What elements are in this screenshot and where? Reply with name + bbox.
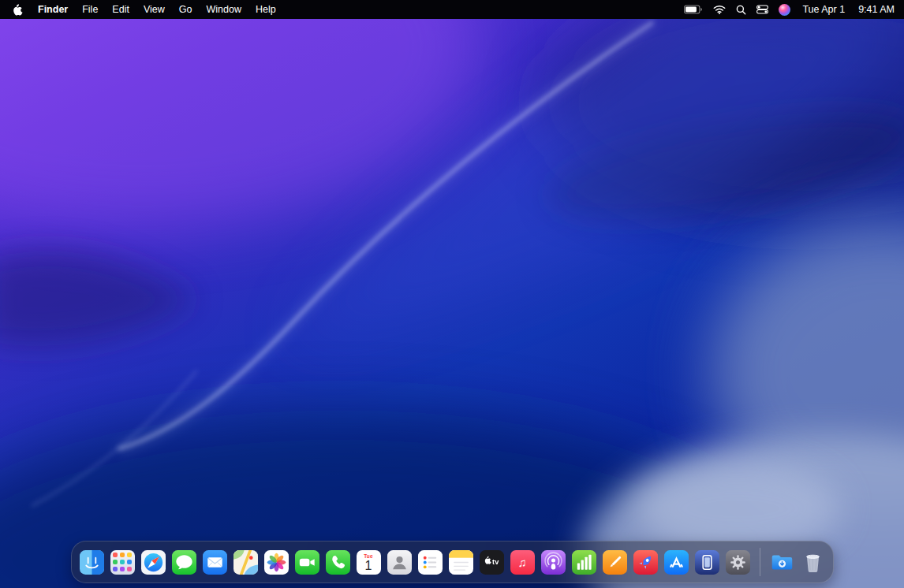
menu-bar-status: Tue Apr 1 9:41 AM [684,0,896,19]
music-icon[interactable]: ♫ [510,550,535,575]
dock-separator [760,548,760,576]
desktop-wallpaper[interactable] [0,0,904,588]
finder-icon[interactable] [80,550,104,575]
reminders-icon[interactable] [418,550,443,575]
apple-logo-icon [13,4,23,16]
tv-label: tv [492,558,499,566]
launchpad-icon[interactable] [110,550,135,575]
battery-icon[interactable] [684,5,703,14]
podcasts-icon[interactable] [541,550,566,575]
pages-icon[interactable] [603,550,627,575]
menu-bar-left: Finder File Edit View Go Window Help [8,0,283,19]
dock: Tue 1 [71,541,834,583]
app-store-icon[interactable] [664,550,689,575]
menu-edit[interactable]: Edit [105,0,136,19]
downloads-folder-icon[interactable] [770,550,794,575]
siri-orb [779,4,790,16]
apple-tv-icon[interactable]: tv [480,550,504,575]
wallpaper-art [0,0,904,588]
iphone-mirroring-icon[interactable] [695,550,719,575]
games-icon[interactable] [633,550,658,575]
menu-help[interactable]: Help [248,0,283,19]
safari-icon[interactable] [141,550,166,575]
siri-icon[interactable] [779,4,790,16]
wifi-icon[interactable] [713,5,726,14]
desktop: Finder File Edit View Go Window Help [0,0,904,588]
system-settings-icon[interactable] [726,550,750,575]
menu-view[interactable]: View [136,0,172,19]
maps-icon[interactable] [233,550,258,575]
phone-icon[interactable] [326,550,350,575]
menu-go[interactable]: Go [172,0,200,19]
facetime-icon[interactable] [295,550,319,575]
music-note-glyph: ♫ [517,556,526,568]
numbers-icon[interactable] [572,550,596,575]
calendar-icon[interactable]: Tue 1 [357,550,381,575]
apple-menu[interactable] [8,4,31,16]
menu-bar-date[interactable]: Tue Apr 1 [801,0,846,19]
spotlight-icon[interactable] [736,5,746,15]
messages-icon[interactable] [172,550,196,575]
dock-area: Tue 1 [0,541,904,583]
control-center-icon[interactable] [756,5,768,14]
mail-icon[interactable] [203,550,227,575]
menu-bar-clock[interactable]: 9:41 AM [857,0,895,19]
contacts-icon[interactable] [387,550,412,575]
trash-icon[interactable] [801,550,825,575]
menu-bar: Finder File Edit View Go Window Help [0,0,904,19]
calendar-day: 1 [365,560,372,573]
photos-icon[interactable] [264,550,289,575]
menu-window[interactable]: Window [199,0,248,19]
app-menu-title[interactable]: Finder [31,0,75,19]
notes-icon[interactable] [449,550,473,575]
launchpad-grid [113,553,132,571]
menu-file[interactable]: File [75,0,105,19]
